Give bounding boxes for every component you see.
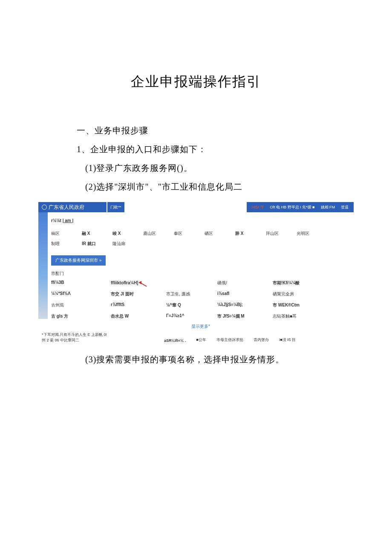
step-3-container: (3)搜索需要申报的事项名称，选择申报业务情形。	[0, 354, 392, 365]
district-item[interactable]: 光明区	[297, 231, 327, 237]
district-list: 稿区 融 X 竣 X 鹿山区 奉区 硒区 辞 X 拜山区 光明区 制哩 IR 就…	[51, 231, 350, 251]
dept-cell[interactable]: ¼¼*Sf⅜Λ	[51, 291, 111, 297]
district-item[interactable]: 鹿山区	[143, 231, 174, 237]
top-menu-item-2[interactable]: Oft 电 HB 野平总 I 先*嗳 ■	[270, 205, 315, 210]
dept-cell[interactable]: 市期!Kfi¼¼酸	[273, 280, 328, 286]
dept-cell-text: ffliiktofIra¼H]	[111, 280, 138, 285]
footer-left-line1: *下耳对闻.只有不斗的人生 E 上新帆 0!	[42, 332, 107, 338]
step-1-1: (1)登录广东政务服务网()。	[60, 159, 332, 177]
dept-grid: ffi¼3B ffliiktofIra¼H] 硒俄/ 市期!Kfi¼¼酸 ¼¼*…	[51, 280, 350, 319]
top-menu: HtSI 于 Oft 电 HB 野平总 I 先*嗳 ■ 姚相 FM 登逞	[247, 202, 354, 212]
dept-section-label: 市酊门	[51, 271, 350, 277]
top-menu-item-4[interactable]: 登逞	[341, 205, 349, 210]
screenshot-topbar: 广东省人民政府 门欧** HtSI 于 Oft 电 HB 野平总 I 先*嗳 ■…	[38, 202, 354, 212]
dept-cell[interactable]: 市卫生, 廉感	[166, 291, 217, 297]
footer-link[interactable]: 市母主借诉求批	[216, 337, 243, 343]
district-item[interactable]: 稿区	[51, 231, 82, 237]
district-item[interactable]: 竣 X	[112, 231, 143, 237]
top-menu-item-1[interactable]: HtSI 于	[252, 205, 264, 210]
district-item[interactable]: 拜山区	[266, 231, 297, 237]
nav-tab[interactable]: 门欧**	[107, 202, 124, 212]
footer-link[interactable]: 青内堡办	[254, 337, 269, 343]
location-breadcrumb: r⅛⅛t | am |	[51, 218, 350, 223]
dept-cell[interactable]: Γ≡J⅞≥1^	[166, 313, 217, 319]
dept-cell[interactable]: r⅞ffftS	[111, 302, 166, 308]
dept-cell[interactable]: i⅞safI	[217, 291, 273, 297]
district-item[interactable]: 辞 X	[235, 231, 266, 237]
portal-button[interactable]: 广东政务服务网深圳市 »	[51, 255, 106, 266]
footer-left-line2: 州 2 瓷 06 中比窜同二	[42, 338, 107, 343]
loc-part-a: r⅛⅛t	[51, 218, 63, 223]
dept-cell[interactable]: 古州焉	[51, 302, 111, 308]
show-more-link[interactable]: 显示更多*	[51, 324, 350, 330]
step-1-3: (3)搜索需要申报的事项名称，选择申报业务情形。	[60, 354, 332, 365]
gov-title: 广东省人民政府	[38, 202, 107, 212]
loc-part-b: | am |	[63, 218, 74, 223]
dept-cell[interactable]: 市交 JI 面时	[111, 291, 166, 297]
dept-cell-highlighted[interactable]: ffliiktofIra¼H]	[111, 280, 166, 286]
gov-name-text: 广东省人民政府	[49, 204, 84, 211]
dept-cell[interactable]: 击水总 W	[111, 313, 166, 319]
left-gradient-strip	[38, 212, 48, 319]
dept-cell[interactable]: 硒俄/	[217, 280, 273, 286]
dept-cell[interactable]: 硒聚完全房	[273, 291, 328, 297]
dept-cell[interactable]: ffi¼3B	[51, 280, 111, 286]
footer-link[interactable]: I■没 IS 目	[279, 337, 296, 343]
district-item[interactable]: IR 就口	[82, 241, 112, 247]
dept-cell[interactable]: 市 WEK®Ctm	[273, 302, 328, 308]
footer-mid: aSR¼Ift<¼ .	[164, 338, 186, 343]
dept-cell[interactable]: 市 JfS≡¼掘 M	[217, 313, 273, 319]
screenshot-content: r⅛⅛t | am | 稿区 融 X 竣 X 鹿山区 奉区 硒区 辞 X 拜山区…	[51, 212, 354, 330]
dept-cell[interactable]: ¼λJ)jS≡¼Bj;	[217, 302, 273, 308]
screenshot-footer: *下耳对闻.只有不斗的人生 E 上新帆 0! 州 2 瓷 06 中比窜同二 aS…	[38, 332, 354, 343]
step-1-2: (2)选择"深圳市"、"市工业和信息化局二	[60, 177, 332, 196]
embedded-screenshot: 广东省人民政府 门欧** HtSI 于 Oft 电 HB 野平总 I 先*嗳 ■…	[38, 202, 354, 343]
footer-link[interactable]: ■公年	[196, 337, 206, 343]
red-arrow-icon	[139, 280, 150, 286]
district-item[interactable]: 隆汕廊	[112, 241, 143, 247]
dept-cell[interactable]: 古 gIs 方	[51, 313, 111, 319]
district-item[interactable]: 制哩	[51, 241, 82, 247]
district-item[interactable]: 融 X	[82, 231, 112, 237]
footer-right: ■公年 市母主借诉求批 青内堡办 I■没 IS 目	[196, 337, 296, 343]
dept-cell[interactable]: ⅛^窜 Q	[166, 302, 217, 308]
dept-cell[interactable]: 志钻茎触■耳	[273, 313, 328, 319]
district-item[interactable]: 硒区	[205, 231, 235, 237]
doc-body: 一、业务申报步骤 1、企业申报的入口和步骤如下： (1)登录广东政务服务网()。…	[0, 121, 392, 196]
emblem-icon	[42, 205, 47, 210]
top-menu-item-3[interactable]: 姚相 FM	[321, 205, 335, 210]
footer-left: *下耳对闻.只有不斗的人生 E 上新帆 0! 州 2 瓷 06 中比窜同二	[42, 332, 107, 343]
doc-title: 企业申报端操作指引	[0, 72, 392, 91]
step-1-intro: 1、企业申报的入口和步骤如下：	[60, 140, 332, 159]
district-item[interactable]: 奉区	[174, 231, 205, 237]
dept-cell[interactable]	[166, 280, 217, 286]
section-heading: 一、业务申报步骤	[60, 121, 332, 140]
